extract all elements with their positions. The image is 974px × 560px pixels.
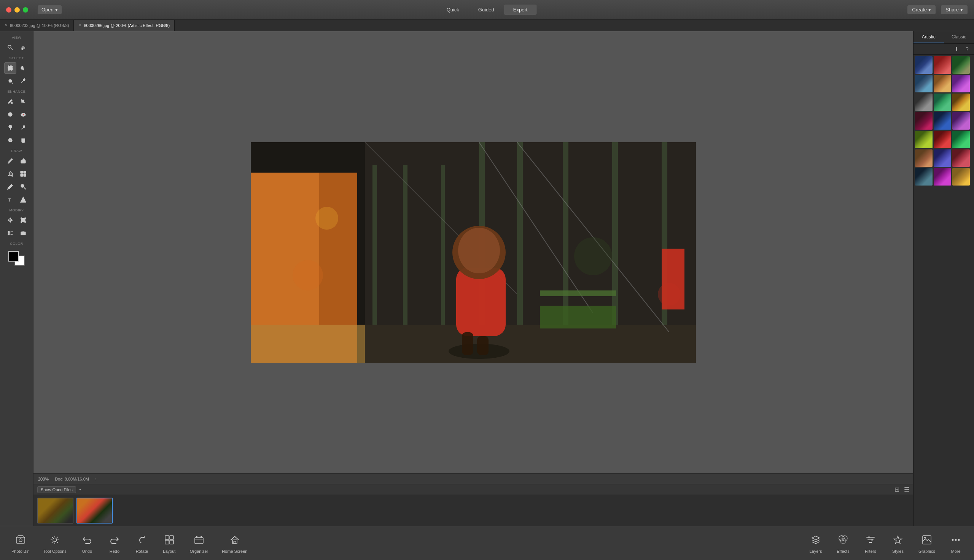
artwork-item[interactable] — [915, 75, 932, 92]
artwork-item[interactable] — [915, 93, 932, 111]
crop-tool[interactable] — [17, 96, 29, 107]
clone-stamp-tool[interactable] — [17, 181, 29, 192]
photo-bin-button[interactable]: Photo Bin — [6, 530, 35, 557]
brush-tool[interactable] — [4, 155, 17, 167]
eraser-tool[interactable] — [17, 155, 29, 167]
recompose-tool[interactable] — [17, 227, 29, 239]
share-button[interactable]: Share ▾ — [941, 5, 968, 15]
blur-tool[interactable] — [4, 135, 17, 146]
close-icon[interactable]: ✕ — [79, 23, 82, 27]
artwork-item[interactable] — [934, 131, 951, 148]
filters-icon — [864, 533, 877, 547]
red-eye-tool[interactable] — [17, 109, 29, 120]
rotate-button[interactable]: Rotate — [130, 530, 154, 557]
color-picker[interactable] — [8, 251, 25, 266]
paint-bucket-tool[interactable] — [4, 168, 17, 180]
artwork-item[interactable] — [952, 131, 970, 148]
open-button[interactable]: Open ▾ — [37, 5, 62, 15]
zoom-tool[interactable] — [4, 42, 17, 53]
graphics-icon — [920, 533, 934, 547]
move-tool[interactable] — [4, 214, 17, 226]
effects-button[interactable]: Effects — [831, 530, 855, 557]
foreground-color-swatch[interactable] — [8, 251, 19, 262]
redo-button[interactable]: Redo — [102, 530, 127, 557]
artwork-item[interactable] — [952, 93, 970, 111]
dropdown-icon[interactable]: ▾ — [79, 487, 81, 492]
minimize-button[interactable] — [15, 7, 20, 13]
document-tab-2[interactable]: ✕ 80000266.jpg @ 200% (Artistic Effect, … — [74, 20, 175, 31]
maximize-button[interactable] — [23, 7, 28, 13]
artwork-item[interactable] — [934, 168, 951, 185]
pencil-tool[interactable] — [4, 181, 17, 192]
svg-rect-66 — [18, 536, 23, 537]
sponge-tool[interactable] — [17, 135, 29, 146]
marquee-tool[interactable] — [4, 62, 17, 74]
download-icon[interactable]: ⬇ — [953, 45, 960, 53]
tab-bar: ✕ 80000233.jpg @ 100% (RGB/8) ✕ 80000266… — [0, 20, 974, 31]
layers-button[interactable]: Layers — [804, 530, 828, 557]
photo-thumb-2[interactable] — [77, 498, 113, 523]
eyedropper-tool[interactable] — [4, 96, 17, 107]
artwork-item[interactable] — [934, 56, 951, 74]
artwork-item[interactable] — [934, 112, 951, 130]
pattern-stamp-tool[interactable] — [17, 168, 29, 180]
create-button[interactable]: Create ▾ — [907, 5, 936, 15]
photo-thumb-1[interactable] — [37, 498, 74, 523]
canvas-view[interactable] — [33, 31, 913, 473]
help-icon[interactable]: ? — [963, 45, 971, 53]
artwork-item[interactable] — [915, 112, 932, 130]
close-icon[interactable]: ✕ — [5, 23, 8, 27]
document-tab-1[interactable]: ✕ 80000233.jpg @ 100% (RGB/8) — [0, 20, 74, 31]
color-swatches-area[interactable] — [8, 251, 25, 266]
quick-select-tool[interactable] — [4, 75, 17, 87]
artwork-row — [915, 56, 972, 74]
list-view-icon[interactable]: ☰ — [904, 486, 909, 493]
artwork-item[interactable] — [952, 149, 970, 167]
artwork-item[interactable] — [934, 93, 951, 111]
lasso-tool[interactable] — [17, 62, 29, 74]
magic-wand-tool[interactable] — [17, 75, 29, 87]
grid-view-icon[interactable]: ⊞ — [894, 486, 899, 493]
home-screen-button[interactable]: Home Screen — [217, 530, 252, 557]
classic-tab[interactable]: Classic — [944, 31, 974, 43]
artwork-item[interactable] — [915, 168, 932, 185]
layout-button[interactable]: Layout — [157, 530, 182, 557]
close-button[interactable] — [6, 7, 12, 13]
titlebar-right: Create ▾ Share ▾ — [907, 5, 968, 15]
show-open-files-button[interactable]: Show Open Files — [37, 486, 76, 493]
spot-heal-tool[interactable] — [4, 109, 17, 120]
artwork-item[interactable] — [915, 149, 932, 167]
type-tool[interactable]: T — [4, 194, 17, 205]
undo-button[interactable]: Undo — [75, 530, 99, 557]
tool-options-button[interactable]: Tool Options — [38, 530, 72, 557]
scissors-tool[interactable] — [4, 227, 17, 239]
svg-point-83 — [870, 542, 871, 543]
styles-button[interactable]: Styles — [886, 530, 910, 557]
artwork-item[interactable] — [915, 56, 932, 74]
shape-tool[interactable] — [17, 194, 29, 205]
artwork-item[interactable] — [952, 168, 970, 185]
artwork-item[interactable] — [952, 112, 970, 130]
organizer-button[interactable]: Organizer — [185, 530, 214, 557]
graphics-button[interactable]: Graphics — [913, 530, 941, 557]
quick-tab[interactable]: Quick — [438, 5, 468, 15]
svg-point-32 — [8, 231, 10, 233]
artwork-item[interactable] — [915, 131, 932, 148]
smudge-tool[interactable] — [17, 122, 29, 133]
artwork-item[interactable] — [952, 75, 970, 92]
more-button[interactable]: More — [944, 530, 968, 557]
transform-tool[interactable] — [17, 214, 29, 226]
expert-tab[interactable]: Expert — [504, 5, 537, 15]
artistic-tab[interactable]: Artistic — [914, 31, 944, 43]
guided-tab[interactable]: Guided — [469, 5, 503, 15]
artwork-item[interactable] — [934, 149, 951, 167]
more-label: More — [951, 549, 960, 553]
svg-point-81 — [868, 537, 870, 538]
hand-tool[interactable] — [17, 42, 29, 53]
filters-button[interactable]: Filters — [858, 530, 883, 557]
dodge-tool[interactable] — [4, 122, 17, 133]
artwork-item[interactable] — [952, 56, 970, 74]
canvas-image[interactable] — [251, 142, 696, 363]
artwork-item[interactable] — [934, 75, 951, 92]
svg-rect-2 — [8, 66, 13, 70]
